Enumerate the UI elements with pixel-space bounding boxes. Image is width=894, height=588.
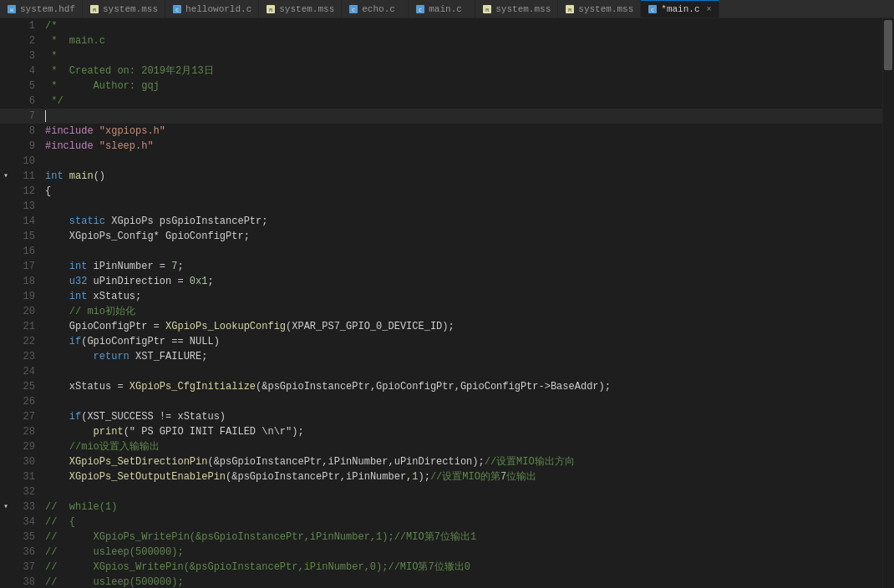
- vertical-scrollbar[interactable]: [882, 18, 894, 588]
- line-content-24[interactable]: [42, 364, 882, 379]
- tab-main-c-active[interactable]: C *main.c ×: [641, 0, 719, 18]
- line-content-11[interactable]: int main(): [42, 169, 882, 184]
- code-line-4: 4 * Created on: 2019年2月13日: [0, 63, 882, 79]
- line-content-12[interactable]: {: [42, 184, 882, 199]
- line-content-18[interactable]: u32 uPinDirection = 0x1;: [42, 274, 882, 289]
- tab-system-mss-4[interactable]: M system.mss: [558, 0, 641, 18]
- line-content-26[interactable]: [42, 394, 882, 409]
- fold-arrow-12: [0, 184, 12, 199]
- line-content-22[interactable]: if(GpioConfigPtr == NULL): [42, 334, 882, 349]
- line-content-9[interactable]: #include "sleep.h": [42, 139, 882, 154]
- line-number-9: 9: [12, 139, 42, 154]
- fold-arrow-19: [0, 289, 12, 304]
- line-content-19[interactable]: int xStatus;: [42, 289, 882, 304]
- line-content-36[interactable]: // usleep(500000);: [42, 545, 882, 560]
- line-number-16: 16: [12, 244, 42, 259]
- code-line-2: 2 * main.c: [0, 33, 882, 48]
- scrollbar-thumb[interactable]: [884, 20, 892, 70]
- fold-arrow-3: [0, 48, 12, 63]
- line-number-15: 15: [12, 229, 42, 244]
- line-content-15[interactable]: XGpioPs_Config* GpioConfigPtr;: [42, 229, 882, 244]
- line-content-3[interactable]: *: [42, 48, 882, 63]
- code-line-20: 20 // mio初始化: [0, 304, 882, 319]
- line-content-14[interactable]: static XGpioPs psGpioInstancePtr;: [42, 214, 882, 229]
- line-number-8: 8: [12, 124, 42, 139]
- line-content-31[interactable]: XGpioPs_SetOutputEnablePin(&psGpioInstan…: [42, 469, 882, 484]
- line-content-10[interactable]: [42, 154, 882, 169]
- tab-system-hdf[interactable]: H system.hdf: [0, 0, 83, 18]
- fold-arrow-4: [0, 63, 12, 79]
- line-content-4[interactable]: * Created on: 2019年2月13日: [42, 63, 882, 79]
- fold-arrow-11[interactable]: ▾: [0, 169, 12, 184]
- svg-text:H: H: [10, 8, 13, 13]
- line-content-2[interactable]: * main.c: [42, 33, 882, 48]
- code-line-36: 36// usleep(500000);: [0, 545, 882, 560]
- line-content-35[interactable]: // XGpioPs_WritePin(&psGpioInstancePtr,i…: [42, 530, 882, 545]
- line-content-16[interactable]: [42, 244, 882, 259]
- fold-arrow-13: [0, 199, 12, 214]
- tab-close-button[interactable]: ×: [707, 5, 712, 14]
- fold-arrow-26: [0, 394, 12, 409]
- fold-arrow-33[interactable]: ▾: [0, 499, 12, 514]
- line-content-23[interactable]: return XST_FAILURE;: [42, 349, 882, 364]
- tab-system-mss-1[interactable]: M system.mss: [83, 0, 165, 18]
- svg-text:C: C: [175, 8, 179, 13]
- line-number-29: 29: [12, 439, 42, 454]
- line-content-34[interactable]: // {: [42, 514, 882, 530]
- line-content-32[interactable]: [42, 484, 882, 499]
- line-content-37[interactable]: // XGpios_WritePin(&psGpioInstancePtr,iP…: [42, 560, 882, 575]
- line-number-5: 5: [12, 79, 42, 94]
- fold-arrow-9: [0, 139, 12, 154]
- line-content-25[interactable]: xStatus = XGpioPs_CfgInitialize(&psGpioI…: [42, 379, 882, 394]
- line-content-21[interactable]: GpioConfigPtr = XGpioPs_LookupConfig(XPA…: [42, 319, 882, 334]
- fold-arrow-24: [0, 364, 12, 379]
- svg-text:C: C: [419, 8, 422, 13]
- line-number-21: 21: [12, 319, 42, 334]
- line-content-13[interactable]: [42, 199, 882, 214]
- code-line-29: 29 //mio设置入输输出: [0, 439, 882, 454]
- fold-arrow-5: [0, 79, 12, 94]
- line-number-26: 26: [12, 394, 42, 409]
- line-content-29[interactable]: //mio设置入输输出: [42, 439, 882, 454]
- code-line-35: 35// XGpioPs_WritePin(&psGpioInstancePtr…: [0, 530, 882, 545]
- line-number-18: 18: [12, 274, 42, 289]
- line-content-6[interactable]: */: [42, 94, 882, 109]
- tab-system-mss-2[interactable]: M system.mss: [259, 0, 342, 18]
- line-number-38: 38: [12, 575, 42, 588]
- line-content-33[interactable]: // while(1): [42, 499, 882, 514]
- line-content-28[interactable]: print(" PS GPIO INIT FAILED \n\r");: [42, 424, 882, 439]
- svg-text:M: M: [485, 8, 489, 13]
- tab-system-mss-3[interactable]: M system.mss: [475, 0, 558, 18]
- line-content-27[interactable]: if(XST_SUCCESS != xStatus): [42, 409, 882, 424]
- line-number-6: 6: [12, 94, 42, 109]
- line-content-8[interactable]: #include "xgpiops.h": [42, 124, 882, 139]
- line-content-1[interactable]: /*: [42, 18, 882, 33]
- line-number-35: 35: [12, 530, 42, 545]
- tab-helloworld-c[interactable]: C helloworld.c: [165, 0, 259, 18]
- tab-main-c-1[interactable]: C main.c: [409, 0, 475, 18]
- line-number-22: 22: [12, 334, 42, 349]
- tab-echo-c[interactable]: C echo.c: [342, 0, 409, 18]
- line-content-7[interactable]: [42, 109, 882, 124]
- line-content-38[interactable]: // usleep(500000);: [42, 575, 882, 588]
- fold-arrow-31: [0, 469, 12, 484]
- code-line-19: 19 int xStatus;: [0, 289, 882, 304]
- svg-text:M: M: [568, 8, 571, 13]
- line-content-30[interactable]: XGpioPs_SetDirectionPin(&psGpioInstanceP…: [42, 454, 882, 469]
- line-content-5[interactable]: * Author: gqj: [42, 79, 882, 94]
- fold-arrow-37: [0, 560, 12, 575]
- line-number-28: 28: [12, 424, 42, 439]
- svg-text:M: M: [269, 8, 272, 13]
- code-line-27: 27 if(XST_SUCCESS != xStatus): [0, 409, 882, 424]
- code-line-12: 12{: [0, 184, 882, 199]
- fold-arrow-2: [0, 33, 12, 48]
- line-content-17[interactable]: int iPinNumber = 7;: [42, 259, 882, 274]
- code-editor[interactable]: 1/*2 * main.c3 *4 * Created on: 2019年2月1…: [0, 18, 882, 588]
- code-line-10: 10: [0, 154, 882, 169]
- code-line-26: 26: [0, 394, 882, 409]
- app-window: H system.hdf M system.mss C helloworld.c…: [0, 0, 894, 588]
- code-line-18: 18 u32 uPinDirection = 0x1;: [0, 274, 882, 289]
- line-number-11: 11: [12, 169, 42, 184]
- line-number-14: 14: [12, 214, 42, 229]
- line-content-20[interactable]: // mio初始化: [42, 304, 882, 319]
